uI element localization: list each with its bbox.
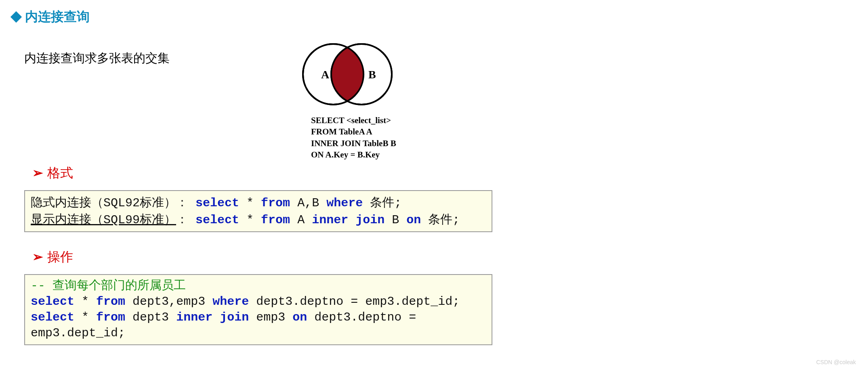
subsection-format: ➢格式 xyxy=(32,164,856,182)
intro-text: 内连接查询求多张表的交集 xyxy=(24,50,170,67)
subsection-label: 操作 xyxy=(47,250,73,264)
code-comment: -- 查询每个部门的所属员工 xyxy=(31,278,486,294)
subsection-label: 格式 xyxy=(47,166,73,180)
venn-label-a: A xyxy=(321,68,330,81)
venn-label-b: B xyxy=(368,68,376,81)
arrow-icon: ➢ xyxy=(32,250,43,264)
venn-diagram-icon: A B xyxy=(291,38,404,111)
venn-sql-line: SELECT <select_list> xyxy=(311,115,404,126)
venn-sql-line: FROM TableA A xyxy=(311,126,404,137)
code-box-operation: -- 查询每个部门的所属员工 select * from dept3,emp3 … xyxy=(24,274,492,345)
watermark: CSDN @coleak xyxy=(816,359,856,365)
venn-diagram-container: A B SELECT <select_list> FROM TableA A I… xyxy=(291,38,404,160)
code-line: 显示内连接（SQL99标准）： select * from A inner jo… xyxy=(31,211,486,228)
code-line: select * from dept3 inner join emp3 on d… xyxy=(31,310,486,325)
section-header: 内连接查询 xyxy=(12,8,856,26)
venn-sql: SELECT <select_list> FROM TableA A INNER… xyxy=(311,115,404,160)
code-line: select * from dept3,emp3 where dept3.dep… xyxy=(31,294,486,310)
venn-sql-line: ON A.Key = B.Key xyxy=(311,149,404,160)
code-line: emp3.dept_id; xyxy=(31,325,486,341)
code-box-format: 隐式内连接（SQL92标准）： select * from A,B where … xyxy=(24,190,492,232)
venn-sql-line: INNER JOIN TableB B xyxy=(311,138,404,149)
intro-row: 内连接查询求多张表的交集 A B SELECT <select_list> FR… xyxy=(24,38,856,160)
arrow-icon: ➢ xyxy=(32,166,43,180)
subsection-operation: ➢操作 xyxy=(32,248,856,266)
diamond-icon xyxy=(11,11,22,23)
code-line: 隐式内连接（SQL92标准）： select * from A,B where … xyxy=(31,194,486,211)
section-title-text: 内连接查询 xyxy=(25,8,90,26)
